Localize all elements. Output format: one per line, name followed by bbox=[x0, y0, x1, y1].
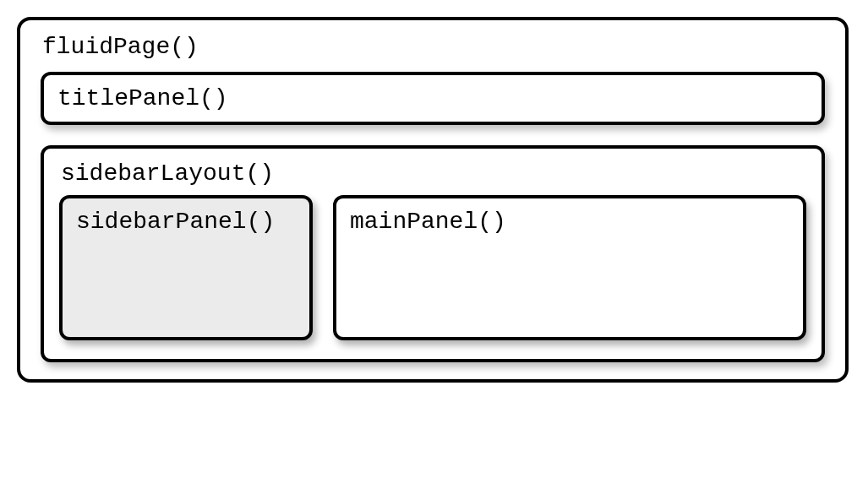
main-panel-label: mainPanel() bbox=[350, 209, 789, 235]
main-panel-box: mainPanel() bbox=[333, 195, 806, 340]
sidebar-layout-label: sidebarLayout() bbox=[59, 160, 806, 187]
sidebar-panel-label: sidebarPanel() bbox=[76, 209, 296, 235]
title-panel-label: titlePanel() bbox=[57, 85, 808, 111]
fluid-page-label: fluidPage() bbox=[41, 34, 825, 60]
panels-row: sidebarPanel() mainPanel() bbox=[59, 195, 806, 340]
sidebar-panel-box: sidebarPanel() bbox=[59, 195, 313, 340]
fluid-page-box: fluidPage() titlePanel() sidebarLayout()… bbox=[17, 17, 849, 383]
title-panel-box: titlePanel() bbox=[41, 72, 825, 125]
sidebar-layout-box: sidebarLayout() sidebarPanel() mainPanel… bbox=[41, 145, 825, 362]
